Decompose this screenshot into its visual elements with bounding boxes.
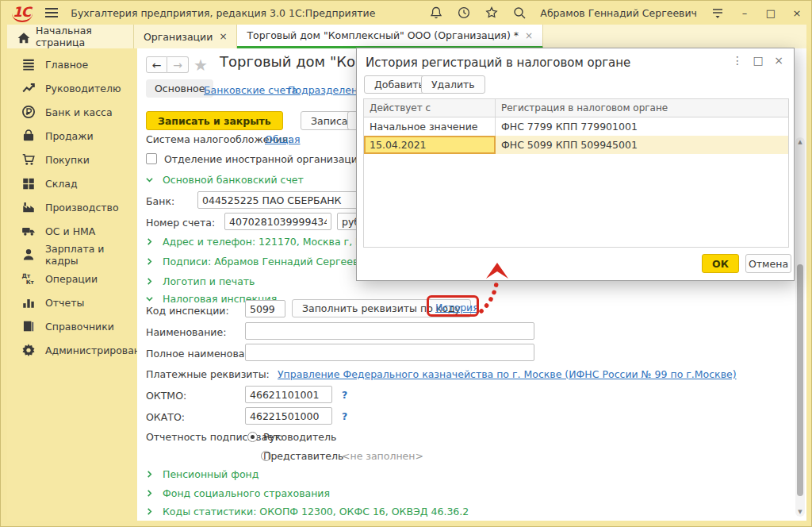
signer-director-label: Руководитель: [263, 431, 336, 443]
tab-home[interactable]: Начальная страница: [7, 25, 134, 48]
1c-logo-icon: 1С: [12, 4, 33, 22]
sidebar-item-manager[interactable]: Руководителю: [7, 77, 137, 99]
svg-text:Кт: Кт: [26, 279, 35, 286]
form-tab-bank-accounts[interactable]: Банковские счета: [204, 84, 297, 96]
signer-label: Отчетность подписывает:: [146, 431, 283, 443]
current-user[interactable]: Абрамов Геннадий Сергеевич: [540, 7, 697, 19]
vertical-scrollbar[interactable]: ▲ ▼: [795, 137, 805, 517]
logo-section-header[interactable]: Логотип и печать: [146, 275, 255, 287]
pension-section-header[interactable]: Пенсионный фонд: [146, 468, 259, 480]
operations-icon: ДтКт: [21, 271, 36, 286]
favorites-star-icon[interactable]: [485, 6, 499, 20]
tab-bar: Начальная страница Организации × Торговы…: [7, 25, 806, 48]
fixed-assets-icon: [21, 224, 36, 238]
sidebar-item-bank[interactable]: Банк и касса: [7, 101, 137, 123]
name-input[interactable]: [245, 322, 534, 340]
chevron-right-icon: [146, 275, 153, 283]
hamburger-menu-icon[interactable]: [45, 6, 58, 20]
minimize-button[interactable]: –: [738, 7, 751, 19]
registrations-table: Действует с Регистрация в налоговом орга…: [363, 98, 789, 248]
sidebar-item-operations[interactable]: ДтКт Операции: [7, 267, 137, 290]
history-link[interactable]: История: [435, 302, 479, 314]
maximize-button[interactable]: □: [764, 7, 777, 19]
notifications-bell-icon[interactable]: [429, 6, 443, 20]
sidebar-item-warehouse[interactable]: Склад: [7, 172, 137, 194]
back-button[interactable]: ←: [146, 56, 167, 73]
oktmo-input[interactable]: [245, 386, 332, 403]
manager-icon: [21, 81, 36, 95]
scrollbar-thumb[interactable]: [797, 264, 803, 496]
app-window: 1С Бухгалтерия предприятия, редакция 3.0…: [0, 0, 812, 527]
foreign-branch-label: Отделение иностранной организации: [164, 153, 364, 165]
chevron-down-icon: [146, 293, 153, 300]
sidebar-item-sales[interactable]: Продажи: [7, 125, 137, 147]
sidebar: Главное Руководителю Банк и касса Продаж…: [7, 48, 137, 521]
sidebar-item-directories[interactable]: Справочники: [7, 315, 137, 337]
payment-details-link[interactable]: Управление Федерального казначейства по …: [278, 368, 737, 380]
main-icon: [21, 57, 36, 71]
history-dialog: История регистраций в налоговом органе ⋮…: [356, 48, 795, 281]
tab-close-icon[interactable]: ×: [219, 31, 227, 42]
bank-section-header[interactable]: Основной банковский счет: [146, 174, 304, 186]
okato-help-icon[interactable]: ?: [342, 410, 347, 422]
tab-organizations[interactable]: Организации ×: [134, 25, 237, 48]
bank-input[interactable]: [197, 191, 366, 209]
name-label: Наименование:: [146, 326, 226, 338]
tab-close-icon[interactable]: ×: [525, 30, 533, 41]
salary-icon: [21, 248, 36, 262]
column-header-registration[interactable]: Регистрация в налоговом органе: [496, 99, 788, 117]
chevron-down-icon: [146, 174, 153, 181]
dialog-maximize-icon[interactable]: □: [751, 54, 765, 67]
search-icon[interactable]: [512, 6, 527, 20]
history-icon[interactable]: [457, 6, 471, 20]
inspection-code-label: Код инспекции:: [146, 305, 229, 317]
column-header-date[interactable]: Действует с: [364, 99, 496, 117]
full-name-input[interactable]: [245, 344, 534, 361]
sidebar-item-administration[interactable]: Администрирование: [7, 339, 137, 361]
sidebar-item-production[interactable]: Производство: [7, 196, 137, 218]
forward-button[interactable]: →: [167, 56, 189, 73]
statistics-codes-section-header[interactable]: Коды статистики: ОКОПФ 12300, ОКФС 16, О…: [146, 506, 469, 517]
dialog-close-icon[interactable]: ×: [772, 54, 786, 67]
signer-representative-label: Представитель: [263, 450, 343, 462]
table-row-selected[interactable]: 15.04.2021 ФНС 5099 КПП 509945001: [364, 136, 788, 154]
chevron-right-icon: [146, 487, 153, 494]
table-row[interactable]: Начальное значение ФНС 7799 КПП 77990100…: [364, 117, 788, 136]
service-menu-icon[interactable]: [710, 6, 725, 20]
scroll-down-icon[interactable]: ▼: [795, 509, 805, 515]
sidebar-item-fixed-assets[interactable]: ОС и НМА: [7, 220, 137, 242]
purchases-icon: [21, 152, 36, 167]
table-header: Действует с Регистрация в налоговом орга…: [364, 99, 788, 117]
okato-input[interactable]: [245, 407, 332, 425]
save-and-close-button[interactable]: Записать и закрыть: [146, 111, 283, 130]
production-icon: [21, 200, 36, 214]
administration-icon: [21, 343, 36, 357]
sidebar-item-salary[interactable]: Зарплата и кадры: [7, 244, 137, 266]
account-input[interactable]: [224, 213, 331, 230]
sidebar-item-purchases[interactable]: Покупки: [7, 148, 137, 171]
sidebar-item-reports[interactable]: Отчеты: [7, 291, 137, 314]
title-bar: 1С Бухгалтерия предприятия, редакция 3.0…: [1, 1, 811, 25]
chevron-right-icon: [146, 236, 153, 243]
scroll-up-icon[interactable]: ▲: [795, 139, 805, 145]
sales-icon: [21, 129, 36, 143]
dialog-ok-button[interactable]: ОК: [702, 254, 739, 273]
sidebar-item-main[interactable]: Главное: [7, 53, 137, 75]
oktmo-help-icon[interactable]: ?: [342, 389, 347, 401]
app-title: Бухгалтерия предприятия, редакция 3.0 1С…: [71, 7, 375, 19]
payment-details-label: Платежные реквизиты:: [146, 368, 270, 380]
favorite-star-icon[interactable]: ★: [193, 56, 208, 75]
dialog-delete-button[interactable]: Удалить: [421, 75, 485, 94]
dialog-more-icon[interactable]: ⋮: [730, 54, 745, 67]
inspection-code-input[interactable]: [245, 300, 285, 317]
tab-organization-card[interactable]: Торговый дом "Комплексный" ООО (Организа…: [237, 25, 543, 48]
chevron-right-icon: [146, 506, 153, 513]
foreign-branch-checkbox[interactable]: [146, 153, 157, 164]
oktmo-label: ОКТМО:: [146, 390, 186, 402]
chevron-right-icon: [146, 256, 153, 263]
tax-system-link[interactable]: Общая: [265, 133, 301, 145]
signer-radio-director[interactable]: [247, 432, 258, 442]
social-fund-section-header[interactable]: Фонд социального страхования: [146, 487, 330, 499]
dialog-cancel-button[interactable]: Отмена: [745, 254, 791, 273]
close-button[interactable]: ×: [791, 7, 803, 19]
